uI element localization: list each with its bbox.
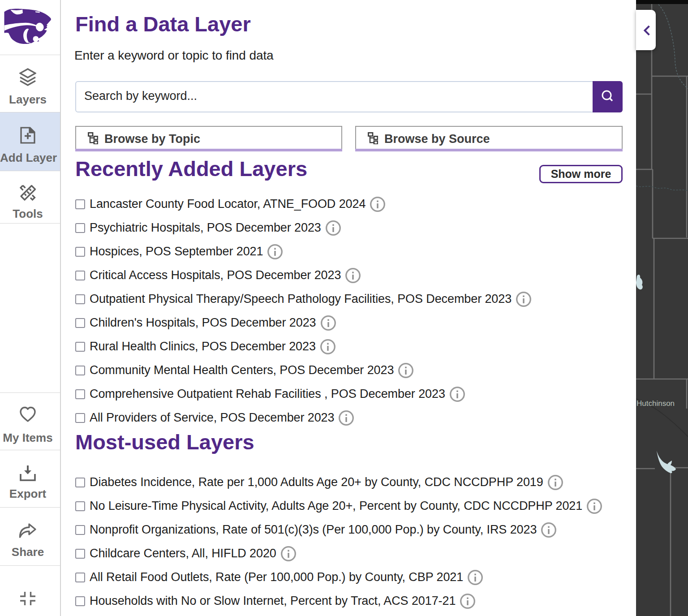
svg-text:Hutchinson: Hutchinson bbox=[636, 399, 675, 408]
